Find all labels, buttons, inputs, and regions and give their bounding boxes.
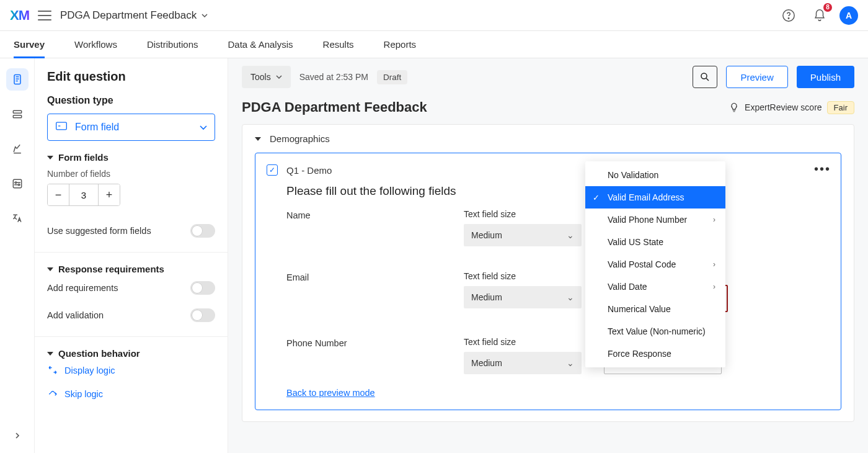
chevron-down-icon: ⌄: [567, 292, 574, 302]
more-icon[interactable]: •••: [814, 162, 831, 176]
question-text[interactable]: Please fill out the following fields: [286, 184, 823, 198]
preview-button[interactable]: Preview: [726, 66, 787, 88]
brand-logo[interactable]: XM: [10, 7, 29, 24]
collapse-rail-icon[interactable]: [14, 431, 21, 442]
tools-label: Tools: [250, 72, 271, 82]
notifications-icon[interactable]: 8: [808, 4, 831, 27]
svg-point-1: [788, 17, 789, 18]
tab-data-analysis[interactable]: Data & Analysis: [228, 31, 293, 58]
response-requirements-text: Response requirements: [58, 264, 164, 274]
svg-point-9: [701, 73, 707, 79]
question-type-select[interactable]: Form field: [47, 114, 215, 141]
stepper-decrement[interactable]: −: [48, 184, 69, 205]
validation-option-no-validation[interactable]: No Validation: [585, 164, 725, 186]
validation-option-text-nonnumeric[interactable]: Text Value (Non-numeric): [585, 320, 725, 343]
edit-panel-title: Edit question: [47, 70, 215, 84]
size-select-1[interactable]: Medium ⌄: [464, 286, 582, 308]
block-demographics: Demographics ••• ✓ Q1 - Demo Please fill…: [242, 124, 854, 422]
add-requirements-label: Add requirements: [47, 283, 118, 293]
canvas: Tools Saved at 2:53 PM Draft Preview Pub…: [228, 58, 868, 453]
number-of-fields-stepper[interactable]: − 3 +: [47, 184, 120, 206]
svg-point-7: [18, 184, 20, 186]
edit-question-panel: Edit question Question type Form field F…: [35, 58, 228, 453]
display-logic-text: Display logic: [64, 366, 115, 375]
add-validation-toggle[interactable]: [190, 308, 215, 322]
question-checkbox[interactable]: ✓: [267, 164, 278, 176]
chevron-down-icon: ⌄: [567, 230, 574, 240]
top-bar: XM PDGA Department Feedback 8 A: [0, 0, 868, 31]
field-name-1[interactable]: Email: [286, 271, 448, 282]
question-behavior-text: Question behavior: [58, 348, 140, 359]
tool-translate[interactable]: [6, 207, 29, 230]
chevron-down-icon: [200, 122, 207, 133]
display-logic-link[interactable]: Display logic: [47, 359, 215, 382]
caret-down-icon[interactable]: [255, 137, 261, 141]
back-to-preview-link[interactable]: Back to preview mode: [286, 388, 375, 398]
caret-down-icon: [47, 156, 53, 159]
skip-logic-link[interactable]: Skip logic: [47, 382, 215, 406]
question-type-heading: Question type: [47, 95, 215, 106]
field-name-2[interactable]: Phone Number: [286, 337, 448, 348]
size-value-2: Medium: [471, 358, 502, 368]
search-icon: [699, 71, 711, 83]
validation-dropdown-menu: No Validation Valid Email Address Valid …: [585, 161, 725, 367]
menu-icon[interactable]: [38, 11, 51, 20]
question-card[interactable]: ••• ✓ Q1 - Demo Please fill out the foll…: [255, 153, 841, 410]
avatar[interactable]: A: [839, 6, 858, 25]
use-suggested-label: Use suggested form fields: [47, 226, 151, 236]
caret-down-icon: [47, 267, 53, 271]
tab-reports[interactable]: Reports: [384, 31, 417, 58]
expert-review-badge[interactable]: ExpertReview score Fair: [728, 101, 854, 114]
form-field-icon: [55, 121, 68, 133]
validation-option-numerical[interactable]: Numerical Value: [585, 298, 725, 320]
draft-pill: Draft: [377, 70, 407, 84]
size-value-0: Medium: [471, 230, 502, 240]
chevron-down-icon: ⌄: [567, 358, 574, 368]
tool-builder[interactable]: [6, 68, 29, 91]
tool-look-feel[interactable]: [6, 138, 29, 160]
use-suggested-toggle[interactable]: [190, 224, 215, 238]
lightbulb-icon: [728, 102, 740, 113]
size-heading-0: Text field size: [464, 209, 588, 219]
tab-distributions[interactable]: Distributions: [147, 31, 198, 58]
size-heading-2: Text field size: [464, 337, 588, 347]
chevron-right-icon: ›: [713, 215, 715, 224]
validation-option-valid-date[interactable]: Valid Date›: [585, 276, 725, 298]
question-behavior-heading[interactable]: Question behavior: [47, 348, 215, 359]
notification-badge: 8: [823, 3, 832, 12]
validation-option-valid-email[interactable]: Valid Email Address: [585, 186, 725, 209]
tab-survey[interactable]: Survey: [14, 31, 45, 58]
tab-workflows[interactable]: Workflows: [74, 31, 117, 58]
main-tabs: Survey Workflows Distributions Data & An…: [0, 31, 868, 58]
expert-review-label: ExpertReview score: [745, 102, 822, 112]
validation-option-valid-us-state[interactable]: Valid US State: [585, 231, 725, 253]
validation-option-force-response[interactable]: Force Response: [585, 343, 725, 365]
tool-options[interactable]: [6, 173, 29, 195]
size-select-0[interactable]: Medium ⌄: [464, 224, 582, 246]
svg-point-6: [15, 182, 17, 184]
size-heading-1: Text field size: [464, 271, 588, 281]
search-button[interactable]: [693, 66, 717, 88]
project-title-dropdown[interactable]: PDGA Department Feedback: [60, 9, 208, 22]
publish-button[interactable]: Publish: [797, 66, 854, 88]
form-fields-heading[interactable]: Form fields: [47, 152, 215, 163]
size-select-2[interactable]: Medium ⌄: [464, 352, 582, 374]
field-name-0[interactable]: Name: [286, 209, 448, 220]
add-requirements-toggle[interactable]: [190, 281, 215, 295]
skip-logic-text: Skip logic: [64, 389, 103, 399]
response-requirements-heading[interactable]: Response requirements: [47, 264, 215, 274]
stepper-increment[interactable]: +: [99, 184, 120, 205]
tab-results[interactable]: Results: [323, 31, 354, 58]
validation-option-valid-postal[interactable]: Valid Postal Code›: [585, 253, 725, 276]
svg-rect-3: [13, 110, 21, 113]
add-validation-label: Add validation: [47, 310, 104, 320]
number-of-fields-label: Number of fields: [47, 169, 215, 179]
tools-dropdown[interactable]: Tools: [242, 66, 291, 88]
question-type-value: Form field: [75, 122, 119, 133]
validation-option-valid-phone[interactable]: Valid Phone Number›: [585, 209, 725, 231]
question-id: Q1 - Demo: [286, 165, 332, 176]
tool-flow[interactable]: [6, 103, 29, 125]
chevron-right-icon: ›: [713, 282, 715, 291]
help-icon[interactable]: [777, 4, 800, 27]
svg-rect-5: [13, 179, 21, 187]
